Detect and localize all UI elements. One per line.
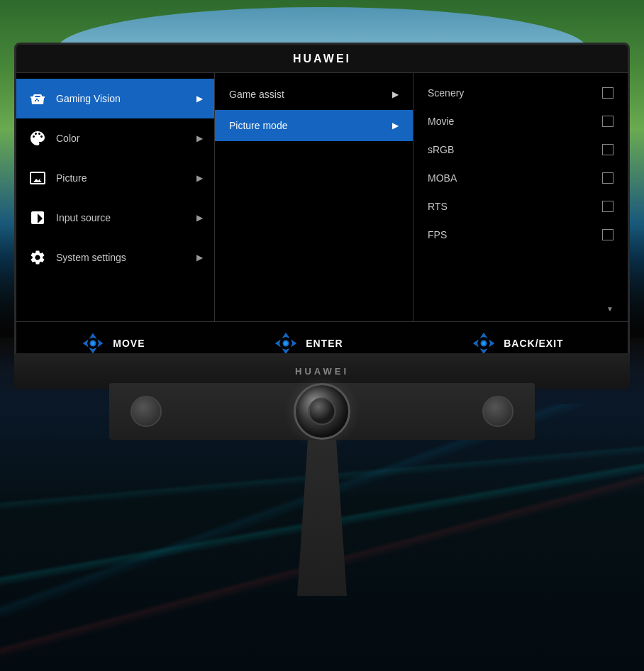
menu-item-picture[interactable]: Picture ▶ (16, 158, 214, 198)
color-arrow: ▶ (196, 133, 203, 143)
monitor-titlebar: HUAWEI (16, 45, 628, 73)
option-scenery[interactable]: Scenery (413, 79, 628, 107)
middle-panel: Game assist ▶ Picture mode ▶ (215, 73, 413, 321)
scenery-label: Scenery (428, 87, 464, 99)
dpad-move-icon (80, 331, 106, 356)
svg-marker-2 (83, 339, 89, 347)
menu-item-color[interactable]: Color ▶ (16, 118, 214, 158)
picture-icon (28, 168, 48, 188)
option-srgb[interactable]: sRGB (413, 135, 628, 164)
submenu-picture-mode[interactable]: Picture mode ▶ (215, 110, 413, 141)
joystick-knob[interactable] (294, 383, 350, 440)
dpad-enter-icon (273, 331, 299, 356)
moba-checkbox (602, 172, 614, 184)
monitor-brand-label: HUAWEI (295, 366, 349, 377)
option-movie[interactable]: Movie (413, 107, 628, 135)
srgb-label: sRGB (428, 144, 454, 155)
svg-marker-8 (275, 339, 281, 347)
srgb-checkbox (602, 144, 614, 155)
scroll-down-indicator: ▼ (606, 305, 614, 313)
menu-container: Gaming Vision ▶ Color ▶ (16, 73, 628, 321)
svg-marker-0 (89, 333, 97, 338)
svg-marker-14 (473, 339, 479, 347)
palette-icon (28, 128, 48, 148)
menu-item-gaming-vision[interactable]: Gaming Vision ▶ (16, 79, 214, 118)
input-icon (28, 208, 48, 228)
monitor-back-plate (109, 383, 535, 440)
svg-marker-3 (98, 339, 104, 347)
system-settings-label: System settings (56, 252, 196, 263)
gear-icon (28, 248, 48, 267)
picture-arrow: ▶ (196, 173, 203, 183)
svg-point-17 (482, 341, 486, 345)
rts-label: RTS (428, 201, 448, 212)
picture-mode-arrow: ▶ (392, 121, 399, 131)
option-moba[interactable]: MOBA (413, 164, 628, 192)
color-label: Color (56, 133, 196, 144)
right-panel: Scenery Movie sRGB MOBA RTS FPS (413, 73, 628, 321)
svg-marker-9 (291, 339, 296, 347)
submenu-game-assist[interactable]: Game assist ▶ (215, 79, 413, 110)
monitor-stand-neck (287, 440, 357, 596)
move-label: MOVE (113, 338, 145, 349)
svg-point-11 (284, 341, 287, 345)
fps-checkbox (602, 229, 614, 240)
enter-label: ENTER (306, 338, 343, 349)
svg-marker-1 (89, 348, 97, 353)
menu-item-system-settings[interactable]: System settings ▶ (16, 238, 214, 277)
svg-point-5 (91, 341, 95, 345)
fps-label: FPS (428, 229, 447, 240)
gamepad-icon (28, 89, 48, 109)
menu-item-input-source[interactable]: Input source ▶ (16, 198, 214, 238)
monitor-frame: HUAWEI Gaming Vision ▶ (14, 43, 630, 355)
option-rts[interactable]: RTS (413, 192, 628, 221)
movie-checkbox (602, 116, 614, 127)
picture-mode-label: Picture mode (229, 120, 287, 131)
moba-label: MOBA (428, 172, 457, 184)
svg-marker-15 (489, 339, 494, 347)
back-exit-label: BACK/EXIT (504, 338, 563, 349)
scenery-checkbox (602, 87, 614, 99)
gaming-vision-label: Gaming Vision (56, 93, 196, 104)
system-settings-arrow: ▶ (196, 253, 203, 262)
nav-enter: ENTER (273, 331, 343, 356)
gaming-vision-arrow: ▶ (196, 94, 203, 104)
movie-label: Movie (428, 116, 454, 127)
game-assist-arrow: ▶ (392, 89, 399, 99)
nav-back-exit: BACK/EXIT (471, 331, 563, 356)
monitor-brand-title: HUAWEI (293, 52, 351, 65)
svg-marker-12 (480, 332, 488, 338)
svg-marker-6 (282, 332, 290, 338)
dpad-back-icon (471, 331, 496, 356)
game-assist-label: Game assist (229, 89, 284, 100)
picture-label: Picture (56, 172, 196, 184)
rts-checkbox (602, 201, 614, 212)
input-source-label: Input source (56, 212, 196, 223)
monitor-back-panel (109, 383, 535, 596)
option-fps[interactable]: FPS (413, 221, 628, 249)
input-source-arrow: ▶ (196, 213, 203, 223)
nav-move: MOVE (80, 331, 145, 356)
left-panel: Gaming Vision ▶ Color ▶ (16, 73, 215, 321)
